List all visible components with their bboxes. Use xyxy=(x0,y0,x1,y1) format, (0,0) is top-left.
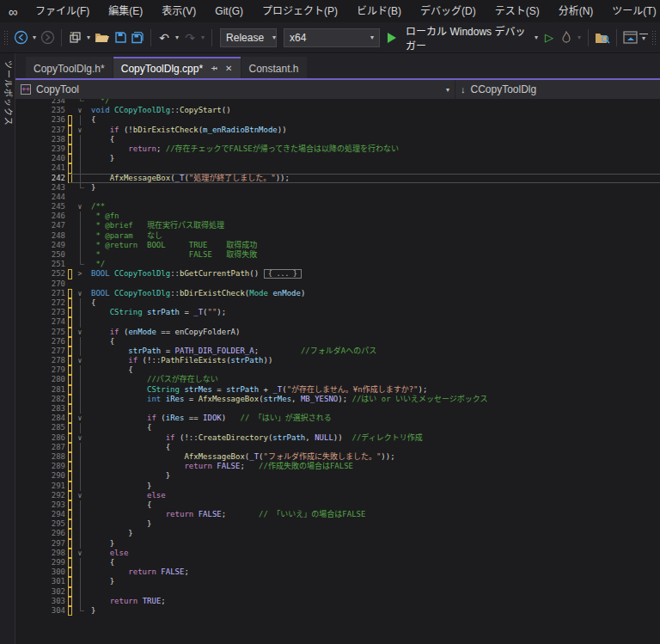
code-line[interactable]: 274 xyxy=(15,317,660,327)
code-line[interactable]: 285 { xyxy=(15,423,660,432)
code-line[interactable]: 293 { xyxy=(15,500,660,510)
code-line[interactable]: 237∨ if (!bDirExistCheck(m_enRadioBtnMod… xyxy=(15,126,660,135)
code-line[interactable]: 302 xyxy=(15,587,660,597)
breakpoint-margin[interactable] xyxy=(15,375,41,384)
line-number[interactable]: 243 xyxy=(41,183,65,193)
menu-item-1[interactable]: ファイル(F) xyxy=(26,0,99,22)
breakpoint-margin[interactable] xyxy=(15,519,41,529)
line-number[interactable]: 245 xyxy=(41,202,65,212)
line-number[interactable]: 286 xyxy=(41,433,65,443)
outlining-margin[interactable] xyxy=(74,337,86,347)
menu-item-3[interactable]: 表示(V) xyxy=(152,0,205,22)
code-line[interactable]: 297 } xyxy=(15,539,660,549)
outlining-margin[interactable] xyxy=(74,135,86,144)
outlining-margin[interactable] xyxy=(74,395,86,404)
outlining-margin[interactable] xyxy=(74,481,86,491)
outlining-margin[interactable] xyxy=(74,231,86,241)
line-number[interactable]: 290 xyxy=(41,471,65,481)
code-line[interactable]: 290 } xyxy=(15,471,660,481)
outlining-margin[interactable] xyxy=(74,567,86,577)
hot-reload-dropdown[interactable]: ▾ xyxy=(575,34,584,41)
outlining-margin[interactable] xyxy=(74,260,86,269)
line-number[interactable]: 291 xyxy=(41,481,65,491)
code-line[interactable]: 284∨ if (iRes == IDOK) // 「はい」が選択される xyxy=(15,414,660,423)
open-folder-button[interactable] xyxy=(93,28,112,48)
outlining-margin[interactable] xyxy=(74,539,86,549)
code-line[interactable]: 300 return FALSE; xyxy=(15,567,660,577)
debug-target-label[interactable]: ローカル Windows デバッガー xyxy=(400,23,532,52)
breakpoint-margin[interactable] xyxy=(15,260,41,269)
breakpoint-margin[interactable] xyxy=(15,577,41,586)
outlining-margin[interactable] xyxy=(74,99,86,106)
code-line[interactable]: 295 } xyxy=(15,519,660,529)
code-line[interactable]: 292∨ else xyxy=(15,491,660,500)
line-number[interactable]: 301 xyxy=(41,577,65,586)
outlining-margin[interactable] xyxy=(74,375,86,384)
outlining-margin[interactable] xyxy=(74,115,86,125)
line-number[interactable]: 275 xyxy=(41,328,65,337)
breakpoint-margin[interactable] xyxy=(15,347,41,356)
code-line[interactable]: 271∨BOOL CCopyToolDlg::bDirExistCheck(Mo… xyxy=(15,289,660,298)
save-button[interactable] xyxy=(112,28,129,48)
outlining-margin[interactable] xyxy=(74,404,86,414)
solution-explorer-button[interactable] xyxy=(621,28,639,48)
breakpoint-margin[interactable] xyxy=(15,193,41,202)
code-line[interactable]: 298∨ else xyxy=(15,549,660,558)
code-line[interactable]: 236{ xyxy=(15,115,660,125)
outlining-margin[interactable] xyxy=(74,423,86,432)
breakpoint-margin[interactable] xyxy=(15,597,41,606)
code-line[interactable]: 304} xyxy=(15,606,660,616)
line-number[interactable]: 251 xyxy=(41,260,65,269)
code-line[interactable]: 239 return; //存在チェックでFALSEが帰ってきた場合は以降の処理… xyxy=(15,144,660,154)
code-line[interactable]: 235∨void CCopyToolDlg::CopyStart() xyxy=(15,106,660,115)
outlining-margin[interactable] xyxy=(74,500,86,510)
code-line[interactable]: 303 return TRUE; xyxy=(15,597,660,606)
code-line[interactable]: 249 * @return BOOL TRUE 取得成功 xyxy=(15,241,660,250)
breakpoint-margin[interactable] xyxy=(15,567,41,577)
fold-collapse-icon[interactable]: ∨ xyxy=(74,414,86,423)
breakpoint-margin[interactable] xyxy=(15,135,41,144)
code-line[interactable]: 289 return FALSE; //作成失敗の場合はFALSE xyxy=(15,462,660,471)
line-number[interactable]: 234 xyxy=(41,99,65,106)
line-number[interactable]: 287 xyxy=(41,443,65,452)
breakpoint-margin[interactable] xyxy=(15,231,41,241)
document-tab-CopyToolDlg.cpp[interactable]: CopyToolDlg.cpp*✕ xyxy=(113,57,241,78)
code-line[interactable]: 245∨/** xyxy=(15,202,660,212)
menu-item-2[interactable]: 編集(E) xyxy=(99,0,152,22)
line-number[interactable]: 273 xyxy=(41,308,65,317)
redo-button[interactable]: ↷ xyxy=(181,28,199,48)
breakpoint-margin[interactable] xyxy=(15,212,41,221)
outlining-margin[interactable] xyxy=(74,529,86,538)
outlining-margin[interactable] xyxy=(74,510,86,519)
breakpoint-margin[interactable] xyxy=(15,144,41,154)
pin-tab-icon[interactable] xyxy=(210,64,218,73)
undo-dropdown[interactable]: ▾ xyxy=(173,34,181,41)
project-dropdown[interactable]: ++ CopyTool ▾ xyxy=(15,80,455,99)
close-tab-icon[interactable]: ✕ xyxy=(225,64,232,73)
breakpoint-margin[interactable] xyxy=(15,558,41,567)
debug-target-dropdown[interactable]: ▾ xyxy=(532,34,541,41)
document-tab-Constant.h[interactable]: Constant.h xyxy=(241,57,307,78)
outlining-margin[interactable] xyxy=(74,308,86,317)
line-number[interactable]: 298 xyxy=(41,549,65,558)
document-tab-CopyToolDlg.h[interactable]: CopyToolDlg.h* xyxy=(26,57,113,78)
line-number[interactable]: 283 xyxy=(41,404,65,414)
line-number[interactable]: 293 xyxy=(41,500,65,510)
line-number[interactable]: 303 xyxy=(41,597,65,606)
outlining-margin[interactable] xyxy=(74,365,86,375)
menu-item-5[interactable]: プロジェクト(P) xyxy=(253,0,347,22)
line-number[interactable]: 244 xyxy=(41,193,65,202)
breakpoint-margin[interactable] xyxy=(15,289,41,298)
outlining-margin[interactable] xyxy=(74,587,86,597)
code-line[interactable]: 281 CString strMes = strPath + _T("が存在しま… xyxy=(15,385,660,395)
outlining-margin[interactable] xyxy=(74,577,86,586)
line-number[interactable]: 235 xyxy=(41,106,65,115)
navigate-back-button[interactable] xyxy=(12,28,30,48)
find-in-files-button[interactable] xyxy=(593,28,612,48)
fold-collapse-icon[interactable]: ∨ xyxy=(74,202,86,212)
line-number[interactable]: 236 xyxy=(41,115,65,125)
outlining-margin[interactable] xyxy=(74,212,86,221)
breakpoint-margin[interactable] xyxy=(15,500,41,510)
line-number[interactable]: 294 xyxy=(41,510,65,519)
breakpoint-margin[interactable] xyxy=(15,452,41,462)
